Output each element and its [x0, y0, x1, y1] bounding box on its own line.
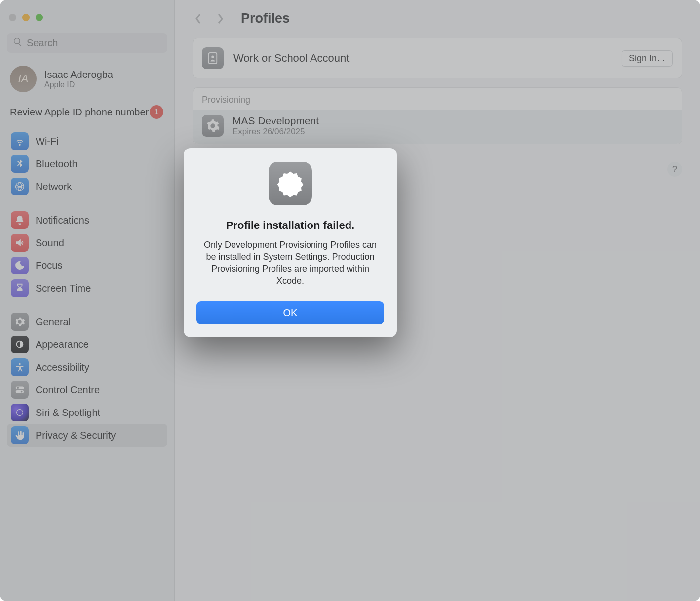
dialog-message: Only Development Provisioning Profiles c… — [196, 239, 384, 287]
error-dialog: Profile installation failed. Only Develo… — [184, 148, 397, 337]
system-settings-window: IA Isaac Aderogba Apple ID Review Apple … — [0, 0, 700, 601]
dialog-title: Profile installation failed. — [196, 219, 384, 232]
seal-check-icon — [269, 162, 312, 205]
ok-button[interactable]: OK — [196, 301, 384, 324]
